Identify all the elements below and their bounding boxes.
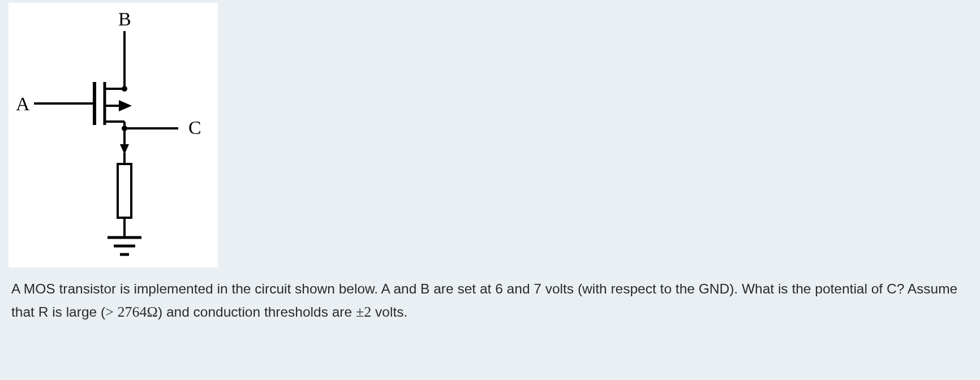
threshold-value: 2 [364,304,371,320]
label-output: C [188,117,201,138]
circuit-diagram: B A C [8,3,218,267]
mosfet-circuit-svg: B A C [8,3,218,267]
gt-symbol: > [105,304,114,320]
omega-symbol [147,304,158,320]
label-gate: A [16,93,30,114]
question-part2: ) and conduction thresholds are [158,304,356,319]
question-text: A MOS transistor is implemented in the c… [0,267,980,335]
label-drain: B [118,8,131,29]
question-part3: volts. [371,304,407,319]
resistance-value: 2764 [118,304,147,320]
resistor [118,164,131,218]
plusminus-symbol [356,304,364,320]
